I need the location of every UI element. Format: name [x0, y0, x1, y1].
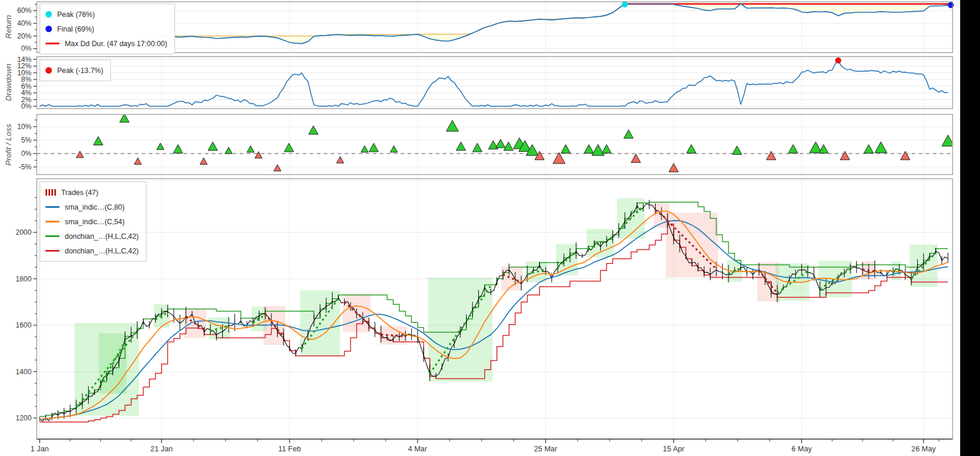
tick-label: 0% [21, 44, 32, 53]
legend-item-donchian-lower: donchian_…(H,L,C,42) [46, 243, 139, 258]
legend-label: donchian_…(H,L,C,42) [65, 232, 139, 241]
trades-ticks-icon [46, 189, 56, 196]
tick-label: 14% [17, 55, 32, 64]
legend-item-max-dd-duration: Max Dd Dur. (47 days 17:00:00) [46, 36, 167, 51]
profit-loss-axis-label: Profit / Loss [4, 124, 13, 165]
backtest-figure: 0%20%40%60%0%2%4%6%8%10%12%14%-5%0%5%10%… [0, 0, 980, 456]
max-dd-line-icon [46, 43, 60, 44]
tick-label: 25 Mar [534, 444, 558, 453]
tick-label: 1600 [16, 321, 32, 329]
legend-item-dd-peak: Peak (-13.7%) [46, 63, 103, 78]
donchian-lower-line-icon [46, 250, 60, 252]
tick-label: 15 Apr [663, 444, 685, 453]
tick-label: 1800 [16, 275, 32, 283]
legend-item-donchian-upper: donchian_…(H,L,C,42) [46, 229, 139, 243]
tick-label: 1 Jan [30, 444, 48, 453]
return-axis-label: Return [4, 15, 13, 39]
tick-label: 2000 [16, 228, 32, 236]
tick-label: 4 Mar [408, 444, 428, 453]
panel-bg-1 [37, 57, 953, 109]
dd-peak-dot-icon [46, 67, 52, 74]
tick-label: 26 May [911, 444, 936, 453]
legend-label: sma_indic…(C,80) [65, 203, 125, 211]
trade-duration-shade [501, 266, 523, 290]
drawdown-peak-dot [835, 57, 841, 63]
legend-label: Max Dd Dur. (47 days 17:00:00) [65, 40, 167, 48]
sma-fast-line-icon [46, 221, 60, 222]
tick-label: 60% [17, 6, 32, 15]
price-legend[interactable]: Trades (47) sma_indic…(C,80) sma_indic…(… [40, 182, 146, 262]
tick-label: 11 Feb [278, 444, 301, 453]
drawdown-axis-label: Drawdown [4, 64, 13, 101]
peak-dot-icon [46, 11, 52, 18]
legend-label: Peak (76%) [57, 11, 95, 19]
tick-label: 10% [17, 123, 32, 131]
drawdown-legend[interactable]: Peak (-13.7%) [40, 60, 111, 81]
legend-label: Trades (47) [61, 189, 99, 197]
donchian-upper-line-icon [46, 235, 60, 237]
equity-final-dot [948, 2, 954, 8]
tick-label: 20% [17, 32, 32, 40]
legend-item-final: Final (69%) [46, 22, 167, 36]
equity-peak-dot [622, 1, 628, 7]
tick-label: 21 Jan [150, 444, 173, 453]
legend-item-peak: Peak (76%) [46, 7, 167, 22]
right-black-strip [960, 0, 980, 456]
sma-slow-line-icon [46, 206, 60, 208]
legend-label: Final (69%) [57, 25, 94, 33]
trade-duration-shade [666, 213, 718, 277]
legend-label: donchian_…(H,L,C,42) [65, 247, 139, 255]
tick-label: -5% [19, 163, 32, 171]
charts-canvas[interactable]: 0%20%40%60%0%2%4%6%8%10%12%14%-5%0%5%10%… [0, 0, 980, 456]
legend-label: sma_indic…(C,54) [65, 218, 125, 226]
tick-label: 5% [21, 136, 32, 144]
tick-label: 40% [17, 19, 32, 27]
tick-label: 1200 [16, 414, 32, 422]
legend-label: Peak (-13.7%) [57, 67, 103, 75]
tick-label: 1400 [16, 368, 32, 376]
legend-item-trades: Trades (47) [46, 185, 139, 200]
tick-label: 0% [21, 149, 32, 158]
return-legend[interactable]: Peak (76%) Final (69%) Max Dd Dur. (47 d… [40, 4, 175, 54]
legend-item-sma-fast: sma_indic…(C,54) [46, 214, 139, 229]
final-dot-icon [46, 26, 52, 32]
tick-label: 6 May [792, 444, 812, 453]
legend-item-sma-slow: sma_indic…(C,80) [46, 200, 139, 214]
